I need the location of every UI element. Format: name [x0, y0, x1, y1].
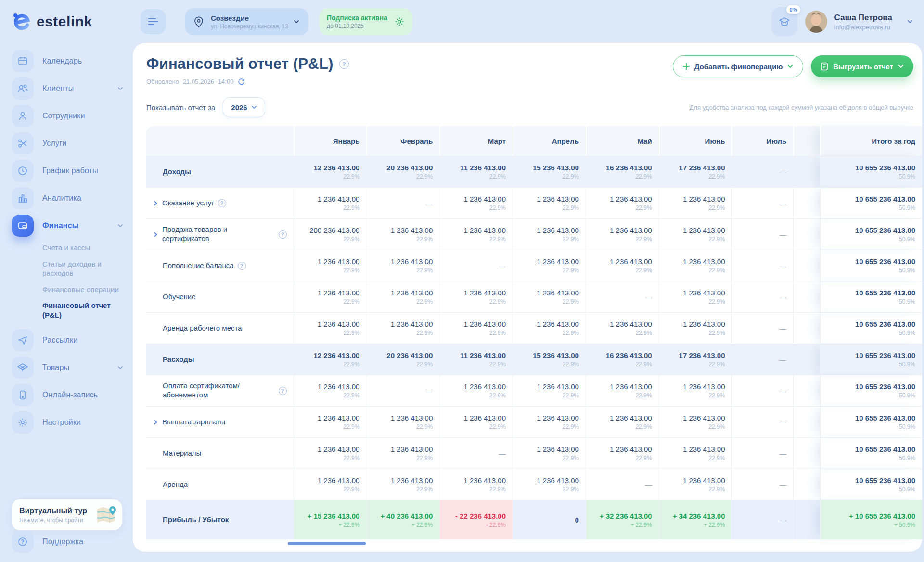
table-cell: 1 236 413.0022.9% — [366, 407, 439, 437]
sidebar-item-calendar[interactable]: Календарь — [12, 50, 123, 72]
row-label-cell: Продажа товаров и сертификатов? — [146, 219, 294, 250]
hamburger-icon — [148, 17, 158, 26]
table-cell-empty: — — [439, 250, 513, 281]
table-cell: 1 236 413.0022.9% — [439, 313, 513, 344]
table-cell: 1 236 413.0022.9% — [366, 438, 439, 469]
virtual-tour-card[interactable]: Виртуальный тур Нажмите, чтобы пройти — [12, 499, 122, 530]
table-cell-empty: — — [732, 313, 793, 344]
products-box-icon — [12, 357, 34, 379]
header-col: Февраль — [366, 126, 439, 156]
table-cell-spacer — [793, 438, 820, 469]
table-row: Аренда рабочего места1 236 413.0022.9%1 … — [146, 312, 922, 344]
sidebar-item-settings[interactable]: Настройки — [12, 411, 123, 434]
updated-label: Обновлено — [146, 78, 179, 85]
sidebar-item-mailings[interactable]: Рассылки — [12, 329, 123, 351]
submenu-accounts[interactable]: Счета и кассы — [42, 243, 127, 253]
table-cell-empty: — — [732, 375, 793, 406]
row-label: Пополнение баланса — [163, 261, 234, 270]
add-finoperation-button[interactable]: Добавить финоперацию — [673, 55, 804, 77]
row-label-cell: Прибыль / Убыток — [146, 500, 294, 539]
table-cell: 10 655 236 413.0050.9% — [820, 281, 922, 312]
submenu-financial-report-pl[interactable]: Финансовый отчет (P&L) — [42, 301, 127, 319]
table-cell: 10 655 236 413.0050.9% — [820, 438, 922, 469]
refresh-icon[interactable] — [237, 77, 245, 86]
page-title: Финансовый отчет (P&L) — [146, 55, 334, 73]
subscription-settings-icon[interactable] — [394, 16, 405, 27]
table-row: Выплата зарплаты1 236 413.0022.9%1 236 4… — [146, 406, 922, 437]
location-selector[interactable]: Созвездие ул. Новочеремушкинская, 13 — [185, 8, 308, 35]
table-cell: 1 236 413.0022.9% — [366, 281, 439, 312]
table-cell: 1 236 413.0022.9% — [439, 375, 513, 406]
user-chevron-down-icon — [907, 18, 913, 25]
progress-badge: 0% — [786, 5, 801, 14]
row-label-cell: Пополнение баланса? — [146, 250, 294, 281]
table-cell: 1 236 413.0022.9% — [659, 407, 732, 437]
header-col: Апрель — [513, 126, 586, 156]
table-cell: 1 236 413.0022.9% — [439, 188, 513, 218]
pl-table: ЯнварьФевральМартАпрельМайИюньИюльИтого … — [146, 126, 922, 539]
table-cell: 1 236 413.0022.9% — [659, 219, 732, 250]
row-help-icon[interactable]: ? — [218, 199, 226, 207]
table-cell: 16 236 413.0022.9% — [586, 344, 659, 375]
table-cell: + 32 236 413.00+ 22.9% — [586, 500, 659, 539]
submenu-income-expense-articles[interactable]: Статьи доходов и расходов — [42, 259, 127, 278]
table-cell: 10 655 236 413.0050.9% — [820, 188, 922, 218]
table-cell: 1 236 413.0022.9% — [294, 313, 367, 344]
sidebar-item-products[interactable]: Товары — [12, 357, 123, 379]
table-cell: 15 236 413.0022.9% — [513, 344, 586, 375]
table-cell: 1 236 413.0022.9% — [513, 219, 586, 250]
learning-progress-button[interactable]: 0% — [771, 7, 797, 36]
table-cell: 10 655 236 413.0050.9% — [820, 469, 922, 500]
table-cell: 1 236 413.0022.9% — [586, 407, 659, 437]
table-cell-empty: — — [732, 500, 793, 539]
finance-submenu: Счета и кассы Статьи доходов и расходов … — [12, 242, 134, 329]
table-cell-empty: — — [732, 250, 793, 281]
row-help-icon[interactable]: ? — [279, 230, 287, 239]
expand-chevron-icon[interactable] — [153, 420, 158, 425]
sidebar-item-online-booking[interactable]: Онлайн-запись — [12, 384, 123, 406]
table-cell-empty: — — [732, 156, 793, 187]
sidebar-item-clients[interactable]: Клиенты — [12, 77, 123, 100]
sidebar-item-schedule[interactable]: График работы — [12, 160, 123, 182]
table-cell: + 34 236 413.00+ 22.9% — [659, 500, 732, 539]
export-report-button[interactable]: Выгрузить отчет — [811, 55, 913, 77]
row-label-cell: Обучение — [146, 281, 294, 312]
table-cell: 1 236 413.0022.9% — [366, 469, 439, 500]
table-cell: 1 236 413.0022.9% — [366, 250, 439, 281]
period-label: Показывать отчет за — [146, 103, 215, 112]
sidebar-item-analytics[interactable]: Аналитика — [12, 187, 123, 209]
table-row: Прибыль / Убыток+ 15 236 413.00+ 22.9%+ … — [146, 500, 922, 539]
table-cell-empty: — — [366, 188, 439, 218]
row-help-icon[interactable]: ? — [279, 387, 287, 395]
table-cell: 1 236 413.0022.9% — [513, 407, 586, 437]
sidebar-item-finance[interactable]: Финансы — [12, 215, 123, 237]
table-row: Оплата сертификатом/ абонементом?1 236 4… — [146, 375, 922, 406]
table-cell-spacer — [793, 188, 820, 218]
sidebar-item-employees[interactable]: Сотрудники — [12, 105, 123, 127]
table-cell: 1 236 413.0022.9% — [659, 250, 732, 281]
row-help-icon[interactable]: ? — [238, 262, 246, 270]
user-menu[interactable]: Саша Петрова info@alexpetrova.ru — [805, 11, 913, 33]
table-cell-empty: — — [732, 469, 793, 500]
header-col: Май — [586, 126, 659, 156]
table-cell: 20 236 413.0022.9% — [366, 156, 439, 187]
horizontal-scrollbar-thumb[interactable] — [288, 542, 366, 545]
title-help-icon[interactable]: ? — [339, 59, 349, 69]
sidebar-item-services[interactable]: Услуги — [12, 132, 123, 154]
table-cell: + 15 236 413.00+ 22.9% — [294, 500, 367, 539]
menu-toggle-button[interactable] — [141, 9, 166, 34]
table-row: Доходы12 236 413.0022.9%20 236 413.0022.… — [146, 156, 922, 187]
analysis-note: Для удобства анализа под каждой суммой у… — [690, 104, 913, 111]
expand-chevron-icon[interactable] — [153, 201, 158, 206]
table-cell: 1 236 413.0022.9% — [659, 188, 732, 218]
chevron-down-icon — [898, 64, 904, 69]
row-label-cell: Аренда рабочего места — [146, 313, 294, 344]
expand-chevron-icon[interactable] — [153, 232, 158, 237]
map-illustration — [95, 505, 117, 524]
chevron-down-icon — [293, 18, 300, 25]
year-select[interactable]: 2026 — [223, 97, 265, 117]
sidebar-item-support[interactable]: Поддержка — [12, 531, 123, 553]
submenu-financial-operations[interactable]: Финансовые операции — [42, 285, 127, 294]
row-label-cell: Оказание услуг? — [146, 188, 294, 218]
table-cell: 1 236 413.0022.9% — [513, 469, 586, 500]
